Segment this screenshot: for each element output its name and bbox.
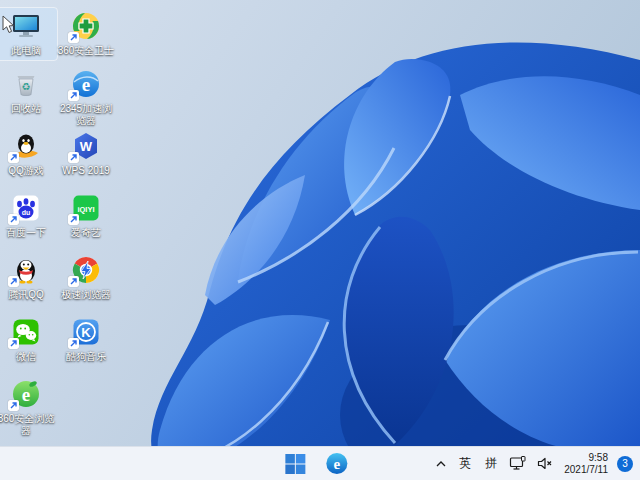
desktop-icon-wechat[interactable]: 微信 (0, 314, 57, 366)
ime-language-en[interactable]: 英 (454, 451, 476, 477)
icon-label: 百度一下 (6, 227, 46, 239)
wps-2019-icon: W (70, 130, 102, 162)
taskbar: e 英 拼 9:58 2021/7/11 (0, 446, 640, 480)
clock[interactable]: 9:58 2021/7/11 (560, 452, 612, 476)
icon-label: QQ游戏 (8, 165, 44, 177)
network-ethernet-icon (509, 455, 526, 472)
svg-text:e: e (22, 384, 30, 405)
tencent-qq-icon (10, 254, 42, 286)
shortcut-arrow-icon (68, 152, 79, 163)
speed-browser-icon (70, 254, 102, 286)
windows-logo-icon (284, 453, 306, 475)
edge-browser-button[interactable]: e (322, 450, 350, 478)
desktop-icon-360-safety-guard[interactable]: 360安全卫士 (55, 8, 117, 60)
edge-icon: e (325, 452, 348, 475)
icon-label: 360安全浏览器 (0, 413, 57, 437)
shortcut-arrow-icon (8, 276, 19, 287)
this-pc-icon (10, 10, 42, 42)
desktop-icon-360-safe-browser[interactable]: e 360安全浏览器 (0, 376, 57, 440)
baidu-paw-icon: du (10, 192, 42, 224)
volume-button[interactable] (533, 451, 556, 477)
kugou-music-icon: K (70, 316, 102, 348)
svg-text:W: W (80, 139, 93, 154)
desktop-icon-qq-games[interactable]: QQ游戏 (0, 128, 57, 180)
desktop-icon-2345-browser[interactable]: e 2345加速浏览器 (55, 66, 117, 130)
shortcut-arrow-icon (68, 276, 79, 287)
svg-text:♻: ♻ (22, 81, 31, 92)
desktop-icon-wps-2019[interactable]: W WPS 2019 (55, 128, 117, 180)
icon-label: 微信 (16, 351, 36, 363)
shortcut-arrow-icon (8, 152, 19, 163)
desktop-icon-this-pc[interactable]: 此电脑 (0, 8, 57, 60)
shortcut-arrow-icon (68, 32, 79, 43)
svg-text:K: K (81, 325, 91, 340)
icon-label: 酷狗音乐 (66, 351, 106, 363)
icon-label: 2345加速浏览器 (55, 103, 117, 127)
shortcut-arrow-icon (68, 214, 79, 225)
360-safety-guard-icon (70, 10, 102, 42)
desktop-icon-tencent-qq[interactable]: 腾讯QQ (0, 252, 57, 304)
shortcut-arrow-icon (68, 338, 79, 349)
shortcut-arrow-icon (8, 338, 19, 349)
start-button[interactable] (281, 450, 309, 478)
system-tray: 英 拼 9:58 2021/7/11 3 (432, 447, 636, 480)
ime-mode-pinyin[interactable]: 拼 (480, 451, 502, 477)
icon-label: WPS 2019 (62, 165, 110, 177)
qq-games-icon (10, 130, 42, 162)
desktop-icon-iqiyi[interactable]: iQIYI 爱奇艺 (55, 190, 117, 242)
2345-browser-icon: e (70, 68, 102, 100)
icon-label: 360安全卫士 (58, 45, 115, 57)
svg-text:e: e (82, 74, 90, 95)
icon-label: 回收站 (11, 103, 41, 115)
desktop-icon-kugou-music[interactable]: K 酷狗音乐 (55, 314, 117, 366)
shortcut-arrow-icon (8, 400, 19, 411)
icon-label: 腾讯QQ (8, 289, 44, 301)
clock-time: 9:58 (589, 452, 608, 464)
svg-text:e: e (333, 456, 340, 472)
desktop-icon-baidu-search[interactable]: du 百度一下 (0, 190, 57, 242)
notification-badge[interactable]: 3 (617, 456, 633, 472)
tray-overflow-button[interactable] (432, 451, 450, 477)
volume-muted-icon (536, 455, 553, 472)
shortcut-arrow-icon (68, 90, 79, 101)
360-safe-browser-icon: e (10, 378, 42, 410)
svg-text:du: du (22, 209, 31, 216)
iqiyi-icon: iQIYI (70, 192, 102, 224)
clock-date: 2021/7/11 (564, 464, 608, 476)
recycle-bin-icon: ♻ (10, 68, 42, 100)
network-button[interactable] (506, 451, 529, 477)
taskbar-center-group: e (281, 450, 350, 478)
desktop-icon-recycle-bin[interactable]: ♻ 回收站 (0, 66, 57, 118)
desktop-icon-speed-browser[interactable]: 极速浏览器 (55, 252, 117, 304)
desktop: 此电脑 360安全卫士 ♻ 回收站 (0, 0, 640, 447)
wechat-icon (10, 316, 42, 348)
chevron-up-icon (435, 458, 447, 470)
svg-text:iQIYI: iQIYI (77, 205, 94, 214)
icon-label: 此电脑 (11, 45, 41, 57)
shortcut-arrow-icon (8, 214, 19, 225)
icon-label: 爱奇艺 (71, 227, 101, 239)
icon-label: 极速浏览器 (61, 289, 111, 301)
